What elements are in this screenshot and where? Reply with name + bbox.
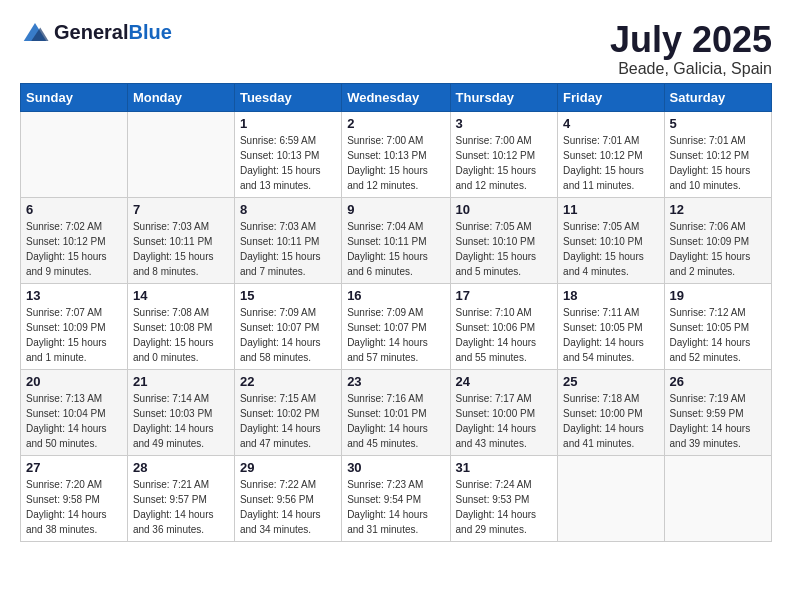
day-info: Sunrise: 7:20 AMSunset: 9:58 PMDaylight:… (26, 477, 122, 537)
weekday-header: Friday (558, 83, 664, 111)
day-info: Sunrise: 7:17 AMSunset: 10:00 PMDaylight… (456, 391, 553, 451)
calendar-day-cell: 5Sunrise: 7:01 AMSunset: 10:12 PMDayligh… (664, 111, 771, 197)
weekday-header: Monday (127, 83, 234, 111)
day-number: 21 (133, 374, 229, 389)
day-info: Sunrise: 7:14 AMSunset: 10:03 PMDaylight… (133, 391, 229, 451)
day-info: Sunrise: 7:16 AMSunset: 10:01 PMDaylight… (347, 391, 444, 451)
title-block: July 2025 Beade, Galicia, Spain (610, 20, 772, 78)
day-number: 31 (456, 460, 553, 475)
day-number: 10 (456, 202, 553, 217)
calendar-day-cell: 10Sunrise: 7:05 AMSunset: 10:10 PMDaylig… (450, 197, 558, 283)
calendar-week-row: 6Sunrise: 7:02 AMSunset: 10:12 PMDayligh… (21, 197, 772, 283)
day-info: Sunrise: 7:08 AMSunset: 10:08 PMDaylight… (133, 305, 229, 365)
day-info: Sunrise: 7:03 AMSunset: 10:11 PMDaylight… (133, 219, 229, 279)
day-info: Sunrise: 7:07 AMSunset: 10:09 PMDaylight… (26, 305, 122, 365)
day-number: 11 (563, 202, 658, 217)
day-number: 1 (240, 116, 336, 131)
day-number: 7 (133, 202, 229, 217)
calendar-day-cell: 31Sunrise: 7:24 AMSunset: 9:53 PMDayligh… (450, 455, 558, 541)
day-info: Sunrise: 7:09 AMSunset: 10:07 PMDaylight… (240, 305, 336, 365)
calendar-day-cell: 9Sunrise: 7:04 AMSunset: 10:11 PMDayligh… (342, 197, 450, 283)
calendar-day-cell: 16Sunrise: 7:09 AMSunset: 10:07 PMDaylig… (342, 283, 450, 369)
weekday-header: Saturday (664, 83, 771, 111)
page-header: GeneralBlue July 2025 Beade, Galicia, Sp… (10, 10, 782, 83)
calendar-day-cell: 3Sunrise: 7:00 AMSunset: 10:12 PMDayligh… (450, 111, 558, 197)
day-info: Sunrise: 7:04 AMSunset: 10:11 PMDaylight… (347, 219, 444, 279)
day-number: 6 (26, 202, 122, 217)
calendar-day-cell: 15Sunrise: 7:09 AMSunset: 10:07 PMDaylig… (234, 283, 341, 369)
calendar-day-cell: 7Sunrise: 7:03 AMSunset: 10:11 PMDayligh… (127, 197, 234, 283)
logo-blue: Blue (128, 21, 171, 43)
day-info: Sunrise: 7:11 AMSunset: 10:05 PMDaylight… (563, 305, 658, 365)
day-info: Sunrise: 7:05 AMSunset: 10:10 PMDaylight… (563, 219, 658, 279)
calendar-day-cell: 24Sunrise: 7:17 AMSunset: 10:00 PMDaylig… (450, 369, 558, 455)
day-info: Sunrise: 7:06 AMSunset: 10:09 PMDaylight… (670, 219, 766, 279)
day-number: 26 (670, 374, 766, 389)
calendar-day-cell: 23Sunrise: 7:16 AMSunset: 10:01 PMDaylig… (342, 369, 450, 455)
calendar-day-cell (127, 111, 234, 197)
logo: GeneralBlue (20, 20, 172, 44)
calendar-day-cell: 13Sunrise: 7:07 AMSunset: 10:09 PMDaylig… (21, 283, 128, 369)
calendar-day-cell: 8Sunrise: 7:03 AMSunset: 10:11 PMDayligh… (234, 197, 341, 283)
weekday-header: Thursday (450, 83, 558, 111)
day-number: 20 (26, 374, 122, 389)
day-info: Sunrise: 7:09 AMSunset: 10:07 PMDaylight… (347, 305, 444, 365)
day-number: 12 (670, 202, 766, 217)
calendar-day-cell: 25Sunrise: 7:18 AMSunset: 10:00 PMDaylig… (558, 369, 664, 455)
day-info: Sunrise: 7:24 AMSunset: 9:53 PMDaylight:… (456, 477, 553, 537)
day-info: Sunrise: 7:21 AMSunset: 9:57 PMDaylight:… (133, 477, 229, 537)
day-info: Sunrise: 7:19 AMSunset: 9:59 PMDaylight:… (670, 391, 766, 451)
location: Beade, Galicia, Spain (610, 60, 772, 78)
weekday-header: Wednesday (342, 83, 450, 111)
calendar-week-row: 1Sunrise: 6:59 AMSunset: 10:13 PMDayligh… (21, 111, 772, 197)
calendar-day-cell: 22Sunrise: 7:15 AMSunset: 10:02 PMDaylig… (234, 369, 341, 455)
day-number: 18 (563, 288, 658, 303)
day-number: 17 (456, 288, 553, 303)
calendar-table: SundayMondayTuesdayWednesdayThursdayFrid… (20, 83, 772, 542)
calendar-day-cell: 14Sunrise: 7:08 AMSunset: 10:08 PMDaylig… (127, 283, 234, 369)
day-info: Sunrise: 7:15 AMSunset: 10:02 PMDaylight… (240, 391, 336, 451)
calendar-day-cell (21, 111, 128, 197)
calendar-week-row: 27Sunrise: 7:20 AMSunset: 9:58 PMDayligh… (21, 455, 772, 541)
day-info: Sunrise: 7:05 AMSunset: 10:10 PMDaylight… (456, 219, 553, 279)
calendar-day-cell: 2Sunrise: 7:00 AMSunset: 10:13 PMDayligh… (342, 111, 450, 197)
day-info: Sunrise: 7:13 AMSunset: 10:04 PMDaylight… (26, 391, 122, 451)
calendar-day-cell: 6Sunrise: 7:02 AMSunset: 10:12 PMDayligh… (21, 197, 128, 283)
day-info: Sunrise: 7:03 AMSunset: 10:11 PMDaylight… (240, 219, 336, 279)
day-number: 3 (456, 116, 553, 131)
day-info: Sunrise: 7:22 AMSunset: 9:56 PMDaylight:… (240, 477, 336, 537)
calendar-day-cell: 29Sunrise: 7:22 AMSunset: 9:56 PMDayligh… (234, 455, 341, 541)
calendar-day-cell (558, 455, 664, 541)
day-number: 19 (670, 288, 766, 303)
day-info: Sunrise: 7:10 AMSunset: 10:06 PMDaylight… (456, 305, 553, 365)
day-info: Sunrise: 7:01 AMSunset: 10:12 PMDaylight… (670, 133, 766, 193)
logo-icon (20, 20, 50, 44)
day-info: Sunrise: 7:02 AMSunset: 10:12 PMDaylight… (26, 219, 122, 279)
day-number: 13 (26, 288, 122, 303)
calendar-day-cell: 30Sunrise: 7:23 AMSunset: 9:54 PMDayligh… (342, 455, 450, 541)
day-number: 27 (26, 460, 122, 475)
day-info: Sunrise: 7:01 AMSunset: 10:12 PMDaylight… (563, 133, 658, 193)
day-info: Sunrise: 7:12 AMSunset: 10:05 PMDaylight… (670, 305, 766, 365)
calendar-day-cell: 18Sunrise: 7:11 AMSunset: 10:05 PMDaylig… (558, 283, 664, 369)
day-number: 29 (240, 460, 336, 475)
calendar-day-cell: 11Sunrise: 7:05 AMSunset: 10:10 PMDaylig… (558, 197, 664, 283)
day-info: Sunrise: 7:00 AMSunset: 10:13 PMDaylight… (347, 133, 444, 193)
calendar-day-cell: 4Sunrise: 7:01 AMSunset: 10:12 PMDayligh… (558, 111, 664, 197)
day-number: 5 (670, 116, 766, 131)
day-info: Sunrise: 7:18 AMSunset: 10:00 PMDaylight… (563, 391, 658, 451)
day-number: 15 (240, 288, 336, 303)
calendar-day-cell: 28Sunrise: 7:21 AMSunset: 9:57 PMDayligh… (127, 455, 234, 541)
calendar-day-cell: 19Sunrise: 7:12 AMSunset: 10:05 PMDaylig… (664, 283, 771, 369)
calendar-day-cell: 21Sunrise: 7:14 AMSunset: 10:03 PMDaylig… (127, 369, 234, 455)
day-number: 14 (133, 288, 229, 303)
day-number: 30 (347, 460, 444, 475)
day-info: Sunrise: 7:23 AMSunset: 9:54 PMDaylight:… (347, 477, 444, 537)
weekday-header: Sunday (21, 83, 128, 111)
day-number: 28 (133, 460, 229, 475)
calendar-day-cell: 12Sunrise: 7:06 AMSunset: 10:09 PMDaylig… (664, 197, 771, 283)
calendar-day-cell: 27Sunrise: 7:20 AMSunset: 9:58 PMDayligh… (21, 455, 128, 541)
day-number: 2 (347, 116, 444, 131)
month-year: July 2025 (610, 20, 772, 60)
day-info: Sunrise: 6:59 AMSunset: 10:13 PMDaylight… (240, 133, 336, 193)
